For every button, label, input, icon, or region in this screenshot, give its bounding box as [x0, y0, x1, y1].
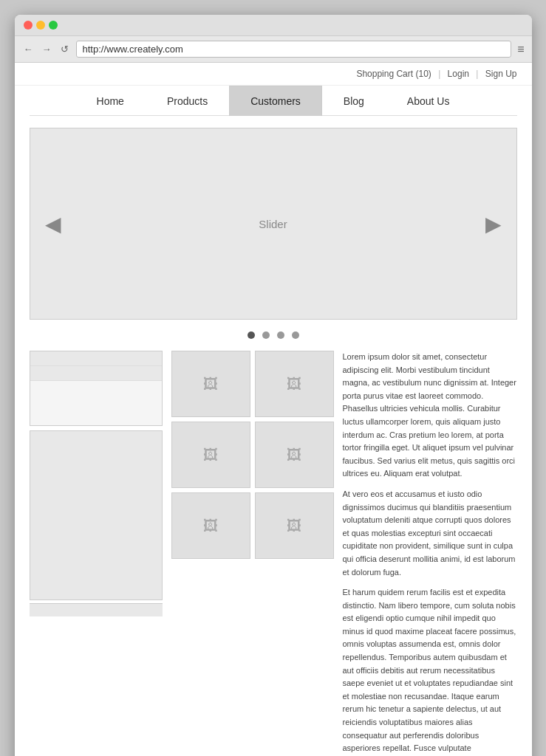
left-box-tall — [30, 430, 163, 600]
page-content: Shopping Cart (10) | Login | Sign Up Hom… — [15, 63, 532, 756]
right-text-column: Lorem ipsum dolor sit amet, consectetur … — [343, 351, 517, 755]
left-box-content — [30, 381, 162, 425]
navigation-bar: Home Products Customers Blog About Us — [30, 86, 517, 116]
image-icon-6: 🖼 — [287, 518, 301, 535]
image-placeholder-5: 🖼 — [171, 492, 250, 559]
left-box-footer-line — [30, 603, 163, 616]
image-placeholder-6: 🖼 — [255, 492, 334, 559]
left-column — [30, 351, 163, 755]
title-bar — [15, 15, 532, 36]
image-grid: 🖼 🖼 🖼 🖼 🖼 🖼 — [171, 351, 334, 559]
image-placeholder-4: 🖼 — [255, 422, 334, 488]
image-icon-4: 🖼 — [287, 447, 301, 464]
slider-dots — [15, 331, 532, 339]
address-input[interactable] — [76, 41, 512, 58]
close-button[interactable] — [24, 21, 33, 30]
utility-bar: Shopping Cart (10) | Login | Sign Up — [15, 63, 532, 86]
back-button[interactable]: ← — [22, 44, 35, 55]
body-paragraph-3: Et harum quidem rerum facilis est et exp… — [343, 586, 517, 755]
main-content: 🖼 🖼 🖼 🖼 🖼 🖼 — [15, 351, 532, 756]
image-placeholder-3: 🖼 — [171, 422, 250, 488]
left-box-line-1 — [30, 351, 162, 366]
body-paragraph-1: Lorem ipsum dolor sit amet, consectetur … — [343, 351, 517, 481]
nav-item-about-us[interactable]: About Us — [386, 86, 471, 116]
image-placeholder-2: 🖼 — [255, 351, 334, 417]
reload-button[interactable]: ↺ — [59, 44, 70, 55]
slider-prev-button[interactable]: ◀ — [38, 205, 69, 244]
nav-item-home[interactable]: Home — [75, 86, 146, 116]
image-placeholder-1: 🖼 — [171, 351, 250, 417]
image-icon-1: 🖼 — [203, 376, 218, 393]
body-paragraph-2: At vero eos et accusamus et iusto odio d… — [343, 488, 517, 579]
minimize-button[interactable] — [36, 21, 45, 30]
browser-menu-icon[interactable]: ≡ — [517, 43, 524, 56]
signup-link[interactable]: Sign Up — [485, 69, 517, 79]
slider-dot-4[interactable] — [292, 331, 299, 339]
left-box-top — [30, 351, 163, 426]
slider-dot-1[interactable] — [248, 331, 255, 339]
forward-button[interactable]: → — [41, 44, 53, 55]
image-icon-2: 🖼 — [287, 376, 301, 393]
left-box-line-2 — [30, 366, 162, 381]
middle-columns: 🖼 🖼 🖼 🖼 🖼 🖼 — [171, 351, 334, 755]
image-icon-5: 🖼 — [203, 518, 218, 535]
address-bar-row: ← → ↺ ≡ — [15, 36, 532, 63]
nav-item-products[interactable]: Products — [146, 86, 229, 116]
login-link[interactable]: Login — [448, 69, 469, 79]
maximize-button[interactable] — [49, 21, 58, 30]
shopping-cart-link[interactable]: Shopping Cart (10) — [356, 69, 431, 79]
separator-1: | — [438, 69, 440, 79]
image-icon-3: 🖼 — [203, 447, 218, 464]
slider-dot-3[interactable] — [277, 331, 284, 339]
nav-item-customers[interactable]: Customers — [229, 86, 322, 116]
slider-section: ◀ Slider ▶ — [30, 128, 517, 320]
separator-2: | — [476, 69, 478, 79]
slider-dot-2[interactable] — [262, 331, 270, 339]
slider-next-button[interactable]: ▶ — [478, 205, 509, 244]
browser-window: ← → ↺ ≡ Shopping Cart (10) | Login | Sig… — [15, 15, 532, 756]
slider-label: Slider — [259, 218, 287, 230]
nav-item-blog[interactable]: Blog — [322, 86, 386, 116]
traffic-lights — [24, 21, 58, 30]
